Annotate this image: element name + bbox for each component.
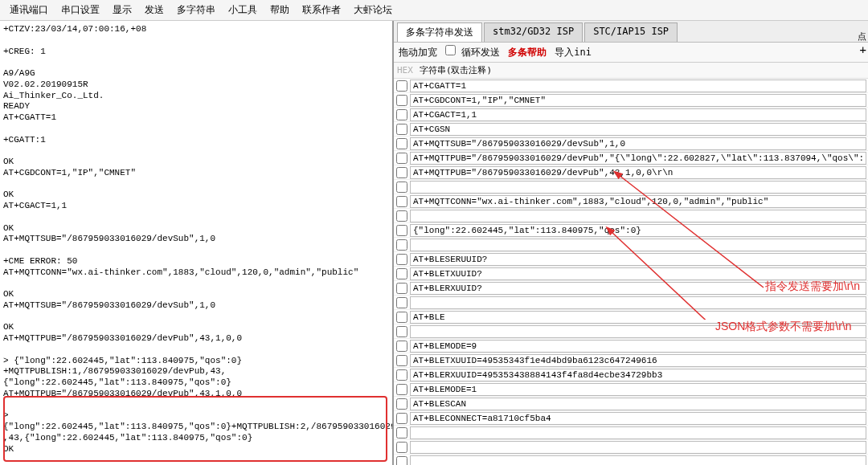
cmd-hex-checkbox[interactable] (396, 196, 407, 207)
menubar: 通讯端口 串口设置 显示 发送 多字符串 小工具 帮助 联系作者 大虾论坛 (0, 0, 868, 21)
cmd-hex-checkbox[interactable] (396, 341, 407, 352)
cmd-hex-checkbox[interactable] (396, 182, 407, 193)
menu-forum[interactable]: 大虾论坛 (347, 2, 399, 18)
cmd-input[interactable] (410, 383, 866, 396)
cmd-hex-checkbox[interactable] (396, 268, 407, 279)
cmd-input[interactable] (410, 340, 866, 353)
cmd-row (394, 122, 868, 137)
tab-bar: 多条字符串发送 stm32/GD32 ISP STC/IAP15 ISP (394, 21, 868, 43)
cmd-hex-checkbox[interactable] (396, 254, 407, 265)
cmd-hex-checkbox[interactable] (396, 413, 407, 424)
cmd-row (394, 137, 868, 151)
cmd-input[interactable] (410, 210, 866, 222)
cmd-row (394, 209, 868, 223)
menu-help[interactable]: 帮助 (264, 2, 296, 18)
cmd-row (394, 93, 868, 108)
cmd-row (394, 310, 868, 324)
cmd-row (394, 223, 868, 238)
cmd-input[interactable] (410, 354, 866, 367)
cmd-input[interactable] (410, 325, 866, 338)
cmd-row (394, 296, 868, 310)
cmd-hex-checkbox[interactable] (396, 167, 407, 178)
cmd-row (394, 108, 868, 122)
cmd-row (394, 324, 868, 339)
cmd-input[interactable] (410, 398, 866, 410)
cmd-hex-checkbox[interactable] (396, 312, 407, 323)
cmd-input[interactable] (410, 239, 866, 251)
cmd-hex-checkbox[interactable] (396, 326, 407, 337)
plus-button[interactable]: + (860, 43, 866, 56)
cmd-hex-checkbox[interactable] (396, 138, 407, 149)
cmd-input[interactable] (410, 282, 866, 295)
cmd-input[interactable] (410, 108, 866, 121)
cmd-hex-checkbox[interactable] (396, 210, 407, 222)
cmd-input[interactable] (410, 137, 866, 150)
tab-multi-string-send[interactable]: 多条字符串发送 (397, 22, 482, 42)
cmd-input[interactable] (410, 455, 866, 466)
terminal-output[interactable]: +CTZV:23/03/14,07:00:16,+08 +CREG: 1 A9/… (0, 21, 392, 465)
cmd-hex-checkbox[interactable] (396, 239, 407, 251)
menu-display[interactable]: 显示 (106, 2, 138, 18)
cmd-hex-checkbox[interactable] (396, 124, 407, 135)
menu-tools[interactable]: 小工具 (222, 2, 264, 18)
import-ini-button[interactable]: 导入ini (555, 46, 592, 59)
cmd-input[interactable] (410, 123, 866, 136)
cmd-hex-checkbox[interactable] (396, 384, 407, 395)
cmd-hex-checkbox[interactable] (396, 95, 407, 106)
cmd-hex-checkbox[interactable] (396, 297, 407, 308)
cmd-row (394, 353, 868, 368)
cmd-hex-checkbox[interactable] (396, 153, 407, 164)
cmd-header: HEX 字符串(双击注释) (394, 63, 868, 79)
menu-contact[interactable]: 联系作者 (296, 2, 347, 18)
cmd-row (394, 411, 868, 426)
cmd-input[interactable] (410, 195, 866, 208)
cmd-hex-checkbox[interactable] (396, 283, 407, 294)
multi-help-link[interactable]: 多条帮助 (508, 46, 547, 59)
cmd-input[interactable] (410, 166, 866, 179)
cmd-input[interactable] (410, 94, 866, 107)
command-list: 指令发送需要加\r\nJSON格式参数不需要加\r\n (394, 79, 868, 465)
cmd-input[interactable] (410, 224, 866, 237)
cmd-hex-checkbox[interactable] (396, 355, 407, 366)
tab-stc-isp[interactable]: STC/IAP15 ISP (584, 22, 678, 42)
cmd-input[interactable] (410, 181, 866, 194)
main-container: +CTZV:23/03/14,07:00:16,+08 +CREG: 1 A9/… (0, 21, 868, 465)
cmd-input[interactable] (410, 296, 866, 309)
cmd-input[interactable] (410, 311, 866, 324)
cmd-row (394, 267, 868, 281)
cmd-hex-checkbox[interactable] (396, 427, 407, 438)
cmd-input[interactable] (410, 152, 866, 165)
cmd-hex-checkbox[interactable] (396, 80, 407, 92)
cmd-hex-checkbox[interactable] (396, 398, 407, 410)
cmd-input[interactable] (410, 80, 866, 92)
menu-multi-string[interactable]: 多字符串 (170, 2, 222, 18)
loop-send-label: 循环发送 (461, 47, 500, 58)
toolbar: 拖动加宽 循环发送 多条帮助 导入ini (394, 43, 868, 63)
cmd-row (394, 252, 868, 267)
cmd-input[interactable] (410, 267, 866, 280)
cmd-row (394, 165, 868, 180)
cmd-hex-checkbox[interactable] (396, 109, 407, 120)
dot-column-label: 点 (858, 31, 866, 43)
cmd-row (394, 440, 868, 455)
cmd-hex-checkbox[interactable] (396, 369, 407, 381)
cmd-input[interactable] (410, 412, 866, 425)
menu-send[interactable]: 发送 (138, 2, 170, 18)
cmd-row (394, 339, 868, 353)
menu-comm-port[interactable]: 通讯端口 (3, 2, 55, 18)
left-panel: +CTZV:23/03/14,07:00:16,+08 +CREG: 1 A9/… (0, 21, 394, 465)
cmd-hex-checkbox[interactable] (396, 456, 407, 466)
cmd-input[interactable] (410, 426, 866, 439)
loop-send-checkbox[interactable] (445, 45, 456, 55)
cmd-input[interactable] (410, 369, 866, 381)
string-column-label: 字符串(双击注释) (420, 64, 492, 76)
hex-column-label: HEX (397, 65, 413, 75)
cmd-row (394, 238, 868, 252)
cmd-input[interactable] (410, 253, 866, 266)
cmd-input[interactable] (410, 441, 866, 454)
cmd-row (394, 382, 868, 397)
menu-serial-settings[interactable]: 串口设置 (55, 2, 106, 18)
cmd-hex-checkbox[interactable] (396, 442, 407, 453)
tab-stm32-isp[interactable]: stm32/GD32 ISP (484, 22, 583, 42)
cmd-hex-checkbox[interactable] (396, 225, 407, 236)
